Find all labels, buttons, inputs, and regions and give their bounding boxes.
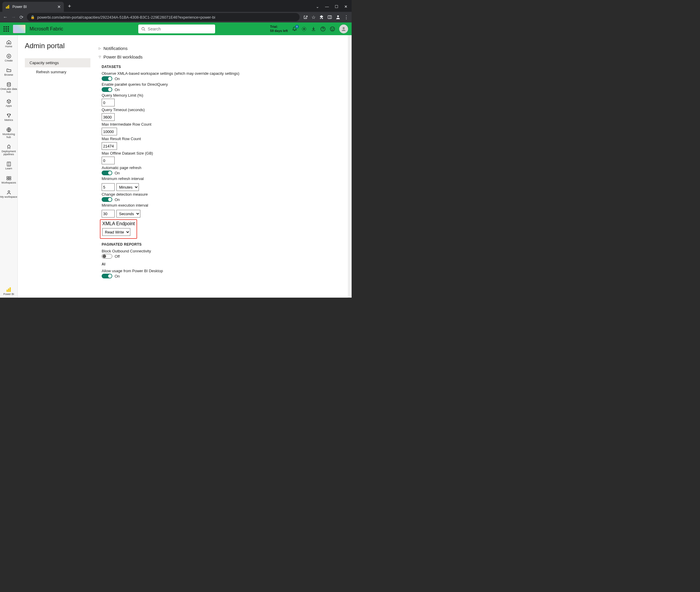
svg-point-13 <box>343 27 345 29</box>
trial-status: Trial: 59 days left <box>270 25 288 33</box>
toggle-allowdesktop[interactable] <box>102 274 112 279</box>
nav-create[interactable]: Create <box>0 52 17 64</box>
toggle-observe-xmla[interactable] <box>102 76 112 81</box>
close-tab-icon[interactable]: ✕ <box>57 4 61 9</box>
browser-menu-icon[interactable]: ⋮ <box>344 14 349 20</box>
svg-rect-26 <box>9 287 11 292</box>
input-minexec[interactable] <box>102 210 115 217</box>
svg-point-6 <box>142 27 145 30</box>
reload-button[interactable]: ⟳ <box>19 14 23 20</box>
rocket-icon <box>6 144 11 150</box>
settings-panel: ▷Notifications ▽Power BI workloads DATAS… <box>90 35 348 298</box>
svg-point-15 <box>7 83 10 84</box>
browser-tab[interactable]: Power BI ✕ <box>2 2 64 12</box>
minimize-icon[interactable]: — <box>325 4 329 9</box>
home-icon <box>6 39 11 45</box>
nav-onelake[interactable]: OneLake data hub <box>0 80 17 95</box>
person-icon <box>6 190 11 195</box>
label-minexec: Minimum execution interval <box>102 203 348 207</box>
search-input[interactable] <box>148 27 212 31</box>
notification-badge: 8 <box>295 24 299 29</box>
bookmark-icon[interactable]: ☆ <box>311 14 315 20</box>
svg-rect-20 <box>9 177 11 178</box>
new-tab-button[interactable]: + <box>68 3 71 9</box>
trial-label: Trial: <box>270 25 288 29</box>
nav-deployment[interactable]: Deployment pipelines <box>0 142 17 158</box>
back-button[interactable]: ← <box>3 14 8 20</box>
nav-home[interactable]: Home <box>0 38 17 50</box>
notifications-button[interactable]: 8 <box>292 26 297 32</box>
powerbi-icon <box>6 287 11 292</box>
app-launcher-icon[interactable] <box>4 26 9 32</box>
book-icon <box>6 161 11 167</box>
maximize-icon[interactable]: ☐ <box>335 4 338 9</box>
select-minexec-unit[interactable]: Seconds <box>116 210 140 217</box>
toggle-chdet[interactable] <box>102 197 112 202</box>
select-xmla[interactable]: Read Write <box>102 228 130 236</box>
input-minref[interactable] <box>102 183 115 191</box>
label-chdet: Change detection measure <box>102 192 348 197</box>
accordion-workloads[interactable]: ▽Power BI workloads <box>99 53 348 61</box>
nav-metrics[interactable]: Metrics <box>0 111 17 124</box>
nav-monitoring[interactable]: Monitoring hub <box>0 125 17 141</box>
svg-rect-1 <box>7 6 8 9</box>
svg-rect-22 <box>9 179 11 180</box>
nav-workspaces[interactable]: Workspaces <box>0 174 17 186</box>
share-icon[interactable] <box>303 15 308 19</box>
search-icon <box>141 27 145 31</box>
input-qtimeout[interactable] <box>102 113 115 121</box>
forward-button[interactable]: → <box>11 14 16 20</box>
svg-rect-2 <box>8 5 9 9</box>
admin-sidebar: Admin portal Capacity settings Refresh s… <box>18 35 90 298</box>
scrollbar[interactable] <box>348 35 352 298</box>
download-icon[interactable] <box>311 26 316 32</box>
plus-circle-icon <box>6 53 11 59</box>
url-text: powerbi.com/admin-portal/capacities/2922… <box>37 15 215 19</box>
help-icon[interactable] <box>320 26 326 32</box>
caret-right-icon: ▷ <box>99 47 101 50</box>
tab-dropdown-icon[interactable]: ⌄ <box>316 4 319 9</box>
toggle-apr[interactable] <box>102 170 112 175</box>
feedback-icon[interactable] <box>330 26 335 32</box>
nav-my-workspace[interactable]: My workspace <box>0 188 17 200</box>
section-paginated: PAGINATED REPORTS <box>102 242 348 246</box>
nav-powerbi[interactable]: Power BI <box>0 285 17 298</box>
sidepanel-icon[interactable] <box>328 15 332 19</box>
datahub-icon <box>6 82 11 87</box>
svg-rect-3 <box>328 16 332 18</box>
select-minref-unit[interactable]: Minutes <box>116 183 139 191</box>
profile-icon[interactable] <box>336 15 340 19</box>
sidebar-item-capacity[interactable]: Capacity settings <box>25 58 90 67</box>
global-search[interactable] <box>138 24 215 34</box>
powerbi-favicon <box>5 4 10 9</box>
nav-apps[interactable]: Apps <box>0 97 17 109</box>
label-observe-xmla: Observe XMLA-based workspace settings (w… <box>102 71 348 76</box>
input-qmem[interactable] <box>102 99 115 106</box>
folder-icon <box>6 68 11 73</box>
url-bar[interactable]: 🔒 powerbi.com/admin-portal/capacities/29… <box>27 13 300 21</box>
nav-browse[interactable]: Browse <box>0 66 17 78</box>
accordion-notifications[interactable]: ▷Notifications <box>99 44 348 53</box>
apps-icon <box>6 99 11 104</box>
account-avatar[interactable] <box>339 24 348 34</box>
svg-rect-24 <box>6 290 8 292</box>
nav-learn[interactable]: Learn <box>0 160 17 172</box>
input-maxoffline[interactable] <box>102 157 115 164</box>
window-buttons: ⌄ — ☐ ✕ <box>316 4 352 12</box>
label-qmem: Query Memory Limit (%) <box>102 93 348 98</box>
trophy-icon <box>6 113 11 118</box>
sidebar-item-refresh[interactable]: Refresh summary <box>25 67 90 77</box>
toggle-parallel-dq[interactable] <box>102 87 112 92</box>
highlight-xmla-endpoint: XMLA Endpoint Read Write <box>100 219 137 239</box>
monitoring-icon <box>6 127 11 133</box>
tab-title: Power BI <box>12 5 55 9</box>
fabric-header: Microsoft Fabric Trial: 59 days left 8 <box>0 22 352 35</box>
close-window-icon[interactable]: ✕ <box>344 4 348 9</box>
input-maxirow[interactable] <box>102 128 117 135</box>
toggle-blockout[interactable] <box>102 254 112 259</box>
extensions-icon[interactable] <box>319 15 324 19</box>
svg-point-5 <box>337 15 339 17</box>
input-maxrrow[interactable] <box>102 142 117 150</box>
svg-rect-0 <box>6 7 7 9</box>
settings-icon[interactable] <box>301 26 307 32</box>
